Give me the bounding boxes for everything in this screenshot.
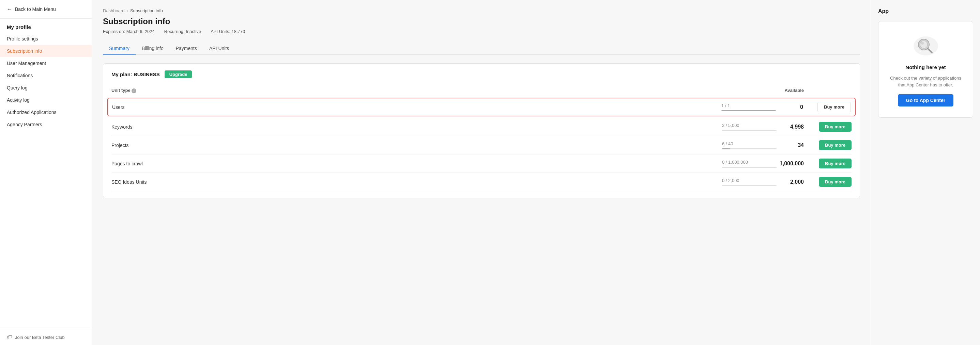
card-header: My plan: BUSINESS Upgrade <box>111 70 851 78</box>
usage-bar-keywords <box>722 130 776 131</box>
buy-more-cell-seo-ideas-units: Buy more <box>811 177 851 187</box>
tab-summary[interactable]: Summary <box>103 42 135 55</box>
buy-more-button-seo-ideas-units[interactable]: Buy more <box>819 177 851 187</box>
expires-label: Expires on: March 6, 2024 <box>103 29 155 34</box>
tab-billing-info[interactable]: Billing info <box>135 42 170 55</box>
row-usage-keywords: 2 / 5,000 <box>722 123 776 131</box>
app-center-card: Nothing here yet Check out the variety o… <box>878 21 973 118</box>
row-available-projects: 34 <box>776 142 811 148</box>
buy-more-cell-keywords: Buy more <box>811 122 851 132</box>
content-area: Dashboard › Subscription info Subscripti… <box>92 0 871 345</box>
tabs: Summary Billing info Payments API Units <box>103 42 860 55</box>
row-available-users: 0 <box>776 104 810 110</box>
usage-bar-fill-projects <box>722 148 730 149</box>
buy-more-cell-projects: Buy more <box>811 140 851 150</box>
sidebar-item-query-log[interactable]: Query log <box>0 82 92 94</box>
table-row: Users 1 / 1 0 Buy more <box>107 98 856 116</box>
usage-bar-users <box>721 110 776 111</box>
row-available-seo-ideas-units: 2,000 <box>776 179 811 185</box>
row-usage-projects: 6 / 40 <box>722 141 776 149</box>
sidebar-item-user-management[interactable]: User Management <box>0 57 92 70</box>
back-label: Back to Main Menu <box>15 6 56 12</box>
panel-title: App <box>878 8 973 14</box>
usage-table-header: Unit type i Available <box>111 85 851 96</box>
goto-app-center-button[interactable]: Go to App Center <box>898 94 953 106</box>
table-row: Pages to crawl 0 / 1,000,000 1,000,000 B… <box>111 155 851 173</box>
row-name-projects: Projects <box>111 142 722 148</box>
usage-bar-projects <box>722 148 776 149</box>
beta-icon: 🏷 <box>7 334 12 340</box>
svg-point-2 <box>920 41 928 48</box>
svg-point-4 <box>921 42 924 44</box>
breadcrumb-parent[interactable]: Dashboard <box>103 8 125 13</box>
beta-tester-club-link[interactable]: 🏷 Join our Beta Tester Club <box>0 329 92 345</box>
recurring-label: Recurring: Inactive <box>164 29 201 34</box>
col-unit-type: Unit type i <box>111 88 722 93</box>
usage-bar-fill-users <box>721 110 776 111</box>
api-units-label: API Units: 18,770 <box>211 29 245 34</box>
right-panel: App Nothing here yet Check out the varie… <box>871 0 980 345</box>
sidebar-item-agency-partners[interactable]: Agency Partners <box>0 119 92 131</box>
breadcrumb-current: Subscription info <box>130 8 163 13</box>
breadcrumb-separator: › <box>127 8 128 13</box>
buy-more-button-users[interactable]: Buy more <box>818 102 851 112</box>
plan-card: My plan: BUSINESS Upgrade Unit type i Av… <box>103 63 860 198</box>
upgrade-button[interactable]: Upgrade <box>165 70 192 78</box>
sidebar-item-notifications[interactable]: Notifications <box>0 70 92 82</box>
plan-title: My plan: BUSINESS <box>111 71 160 77</box>
back-arrow-icon: ← <box>7 6 12 12</box>
buy-more-cell-users: Buy more <box>810 102 851 112</box>
buy-more-button-keywords[interactable]: Buy more <box>819 122 851 132</box>
row-usage-users: 1 / 1 <box>721 103 776 111</box>
row-name-users: Users <box>112 104 721 110</box>
tab-api-units[interactable]: API Units <box>203 42 235 55</box>
sidebar-item-authorized-applications[interactable]: Authorized Applications <box>0 106 92 119</box>
tab-payments[interactable]: Payments <box>170 42 203 55</box>
nothing-yet-title: Nothing here yet <box>905 64 946 70</box>
nothing-yet-desc: Check out the variety of applications th… <box>888 75 963 88</box>
row-usage-pages-to-crawl: 0 / 1,000,000 <box>722 160 776 168</box>
unit-type-info-icon[interactable]: i <box>132 89 136 93</box>
page-title: Subscription info <box>103 17 860 26</box>
buy-more-button-projects[interactable]: Buy more <box>819 140 851 150</box>
sidebar-item-subscription-info[interactable]: Subscription info <box>0 45 92 57</box>
back-button[interactable]: ← Back to Main Menu <box>0 0 92 19</box>
row-name-pages-to-crawl: Pages to crawl <box>111 161 722 166</box>
sidebar-item-profile-settings[interactable]: Profile settings <box>0 33 92 45</box>
row-available-keywords: 4,998 <box>776 124 811 130</box>
usage-bar-seo-ideas-units <box>722 185 776 186</box>
breadcrumb: Dashboard › Subscription info <box>103 8 860 13</box>
sidebar-item-activity-log[interactable]: Activity log <box>0 94 92 106</box>
app-center-icon <box>912 32 939 60</box>
row-usage-seo-ideas-units: 0 / 2,000 <box>722 178 776 186</box>
buy-more-cell-pages-to-crawl: Buy more <box>811 158 851 168</box>
usage-bar-pages-to-crawl <box>722 167 776 168</box>
row-available-pages-to-crawl: 1,000,000 <box>776 161 811 167</box>
col-available: Available <box>776 88 811 93</box>
sidebar-section-label: My profile <box>0 19 92 33</box>
sidebar: ← Back to Main Menu My profile Profile s… <box>0 0 92 345</box>
table-row: Keywords 2 / 5,000 4,998 Buy more <box>111 118 851 136</box>
row-name-keywords: Keywords <box>111 124 722 130</box>
main-content: Dashboard › Subscription info Subscripti… <box>92 0 980 345</box>
table-row: SEO Ideas Units 0 / 2,000 2,000 Buy more <box>111 173 851 191</box>
row-name-seo-ideas-units: SEO Ideas Units <box>111 179 722 185</box>
buy-more-button-pages-to-crawl[interactable]: Buy more <box>819 158 851 168</box>
usage-table: Users 1 / 1 0 Buy more <box>111 98 851 191</box>
page-meta: Expires on: March 6, 2024 Recurring: Ina… <box>103 29 860 34</box>
table-row: Projects 6 / 40 34 Buy more <box>111 136 851 155</box>
